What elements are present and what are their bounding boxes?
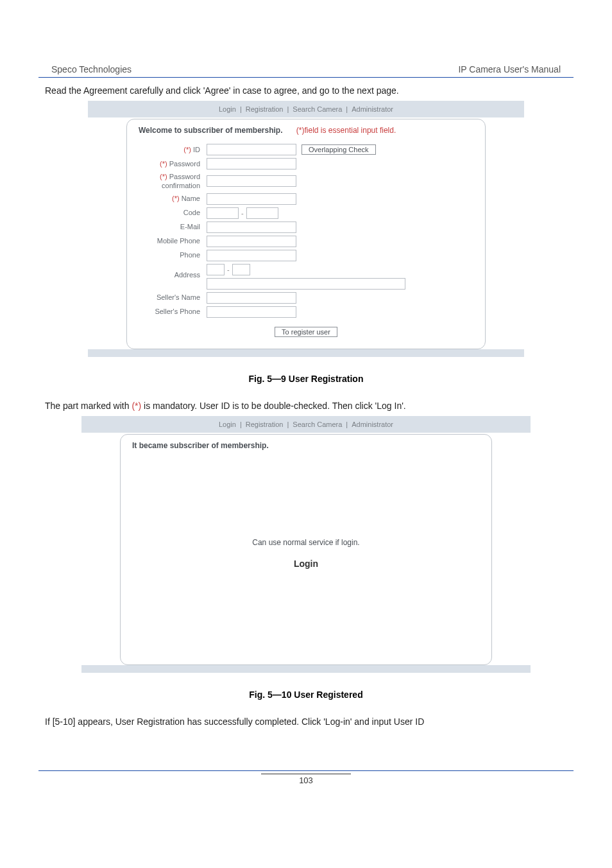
header-rule bbox=[38, 77, 574, 78]
top-nav-bar: Login | Registration | Search Camera | A… bbox=[88, 101, 524, 117]
nav-registration[interactable]: Registration bbox=[246, 421, 284, 428]
row-seller-phone: Seller's Phone bbox=[136, 306, 476, 318]
login-link[interactable]: Login bbox=[121, 559, 491, 569]
nav-search-camera[interactable]: Search Camera bbox=[293, 421, 342, 428]
label-pwc-text-b: confirmation bbox=[162, 182, 200, 189]
confirm-title: It became subscriber of membership. bbox=[130, 440, 482, 456]
label-email: E-Mail bbox=[136, 222, 207, 231]
registration-form-panel: Welcome to subscriber of membership. (*)… bbox=[126, 119, 486, 349]
row-name: (*) Name bbox=[136, 193, 476, 205]
input-address-line[interactable] bbox=[207, 278, 405, 290]
nav-administrator[interactable]: Administrator bbox=[352, 105, 393, 113]
nav-sep: | bbox=[240, 105, 242, 113]
nav-login[interactable]: Login bbox=[219, 421, 236, 428]
input-address-code-a[interactable] bbox=[207, 264, 225, 275]
register-user-button[interactable]: To register user bbox=[275, 327, 337, 337]
confirm-title-text: It became subscriber of membership. bbox=[132, 441, 269, 450]
star-icon: (*) bbox=[160, 173, 167, 180]
label-password: (*) Password bbox=[136, 159, 207, 168]
label-pwc-text-a: Password bbox=[167, 173, 200, 180]
welcome-row: Welcome to subscriber of membership. (*)… bbox=[136, 125, 476, 141]
nav-login[interactable]: Login bbox=[219, 105, 236, 113]
document-page: Speco Technologies IP Camera User's Manu… bbox=[0, 0, 612, 811]
required-note: (*)field is essential input field. bbox=[296, 126, 396, 135]
label-code: Code bbox=[136, 208, 207, 217]
row-address: Address - bbox=[136, 264, 476, 290]
label-password-confirm: (*) Password confirmation bbox=[136, 172, 207, 191]
header-left: Speco Technologies bbox=[51, 64, 132, 74]
row-seller-name: Seller's Name bbox=[136, 292, 476, 304]
label-seller-name: Seller's Name bbox=[136, 293, 207, 302]
footer-rule bbox=[38, 770, 574, 771]
label-password-text: Password bbox=[167, 160, 200, 168]
page-number: 103 bbox=[38, 776, 574, 785]
figure-caption-2: Fig. 5—10 User Registered bbox=[38, 690, 574, 700]
label-id: (*) ID bbox=[136, 145, 207, 154]
nav-administrator[interactable]: Administrator bbox=[352, 421, 393, 428]
star-icon: (*) bbox=[183, 146, 191, 153]
input-mobile-phone[interactable] bbox=[207, 236, 296, 247]
label-seller-phone: Seller's Phone bbox=[136, 307, 207, 316]
page-number-rule bbox=[261, 774, 351, 774]
nav-sep: | bbox=[287, 105, 289, 113]
nav-sep: | bbox=[346, 105, 348, 113]
instr2-c: is mandatory. User ID is to be double-ch… bbox=[141, 401, 406, 411]
nav-search-camera[interactable]: Search Camera bbox=[293, 105, 342, 113]
overlapping-check-button[interactable]: Overlapping Check bbox=[302, 144, 376, 155]
instruction-3: If [5-10] appears, User Registration has… bbox=[38, 716, 574, 732]
input-name[interactable] bbox=[207, 193, 296, 205]
instr2-b: (*) bbox=[132, 401, 141, 411]
input-code-a[interactable] bbox=[207, 207, 239, 219]
nav-sep: | bbox=[240, 421, 242, 428]
welcome-text: Welcome to subscriber of membership. bbox=[139, 126, 283, 135]
header-right: IP Camera User's Manual bbox=[458, 64, 561, 74]
label-name: (*) Name bbox=[136, 194, 207, 203]
nav-sep: | bbox=[287, 421, 289, 428]
running-header: Speco Technologies IP Camera User's Manu… bbox=[38, 64, 574, 74]
row-code: Code - bbox=[136, 207, 476, 219]
label-name-text: Name bbox=[180, 195, 200, 202]
label-phone: Phone bbox=[136, 250, 207, 259]
address-stack: - bbox=[207, 264, 405, 290]
input-password-confirm[interactable] bbox=[207, 175, 296, 187]
dash-icon: - bbox=[241, 209, 244, 217]
row-phone: Phone bbox=[136, 250, 476, 261]
input-seller-phone[interactable] bbox=[207, 306, 296, 318]
star-icon: (*) bbox=[172, 195, 180, 202]
label-address: Address bbox=[136, 264, 207, 279]
screenshot-1: Login | Registration | Search Camera | A… bbox=[88, 101, 524, 357]
dash-icon: - bbox=[227, 266, 230, 273]
register-button-row: To register user bbox=[136, 327, 476, 337]
input-address-code-b[interactable] bbox=[232, 264, 250, 275]
nav-registration[interactable]: Registration bbox=[246, 105, 284, 113]
instruction-2: The part marked with (*) is mandatory. U… bbox=[38, 401, 574, 416]
figure-caption-1: Fig. 5—9 User Registration bbox=[38, 374, 574, 384]
screenshot-2: Login | Registration | Search Camera | A… bbox=[81, 416, 531, 673]
row-mobile-phone: Mobile Phone bbox=[136, 236, 476, 247]
row-id: (*) ID Overlapping Check bbox=[136, 144, 476, 155]
confirm-center: Can use normal service if login. Login bbox=[121, 538, 491, 569]
input-password[interactable] bbox=[207, 158, 296, 169]
row-password: (*) Password bbox=[136, 158, 476, 169]
label-id-text: ID bbox=[191, 146, 200, 153]
top-nav-bar-2: Login | Registration | Search Camera | A… bbox=[81, 416, 531, 433]
input-phone[interactable] bbox=[207, 250, 296, 261]
nav-sep: | bbox=[346, 421, 348, 428]
instr2-a: The part marked with bbox=[45, 401, 132, 411]
input-seller-name[interactable] bbox=[207, 292, 296, 304]
row-email: E-Mail bbox=[136, 221, 476, 233]
input-code-b[interactable] bbox=[246, 207, 278, 219]
input-email[interactable] bbox=[207, 221, 296, 233]
row-password-confirm: (*) Password confirmation bbox=[136, 172, 476, 191]
star-icon: (*) bbox=[160, 160, 167, 168]
confirm-line: Can use normal service if login. bbox=[121, 538, 491, 547]
instruction-1: Read the Agreement carefully and click '… bbox=[38, 85, 574, 101]
confirmation-panel: It became subscriber of membership. Can … bbox=[120, 434, 492, 665]
input-id[interactable] bbox=[207, 144, 296, 155]
label-mobile-phone: Mobile Phone bbox=[136, 236, 207, 245]
